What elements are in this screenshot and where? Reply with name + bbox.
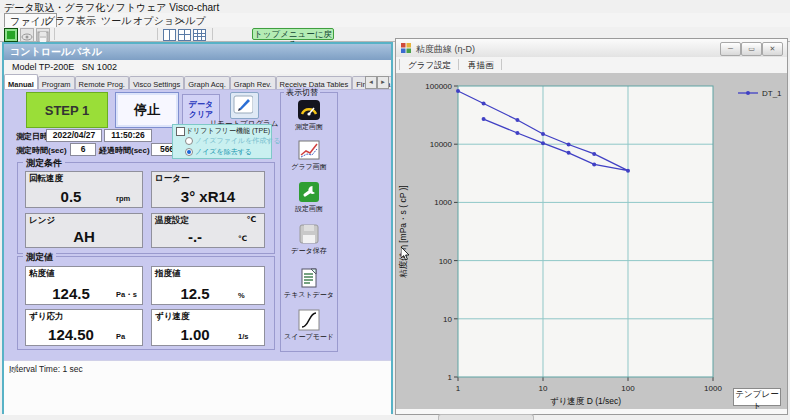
meas-time-field: 11:50:26 [104,129,152,142]
range-box: レンジ AH [25,213,143,248]
floppy-disk-icon [298,223,320,245]
rotation-speed-unit: rpm [116,194,142,205]
radio-create-noise-label: ノイズファイルを作成する [195,137,281,144]
radio-remove-noise-label: ノイズを除去する [195,148,252,155]
status-bar: Interval Time: 1 sec [4,360,391,415]
maximize-icon[interactable]: ▭ [741,42,762,56]
menu-bar: ファイル グラフ表示 ツール オプション ヘルプ [0,13,790,28]
manual-tab-panel: STEP 1 停止 データ クリア リモートプログラム 測定日時 2022/04… [4,90,391,360]
radio-remove-noise[interactable]: ノイズを除去する [185,147,252,156]
viscosity-unit: Pa・s [116,290,142,302]
sweep-mode-button[interactable]: スイープモード [281,309,337,342]
graph-window-titlebar: 粘度曲線 (η-D) ─ ▭ ✕ [396,39,787,58]
tab-scroll-buttons: ◄ ► [365,76,389,89]
svg-text:粘度値 η [mPa・s ( cP )]: 粘度値 η [mPa・s ( cP )] [398,185,408,277]
tab-scroll-left-icon[interactable]: ◄ [365,76,377,89]
shear-rate-label: ずり速度 [155,311,189,323]
rotation-speed-label: 回転速度 [29,173,63,185]
tab-visco-settings[interactable]: Visco Settings [129,76,184,89]
chart-icon [298,139,320,161]
gauge-icon [298,99,320,121]
step-button[interactable]: STEP 1 [26,92,108,128]
range-label: レンジ [29,215,55,227]
temp-setting-unit: ℃ [238,234,264,245]
tab-graph-rev[interactable]: Graph Rev. [230,76,276,89]
mouse-cursor [401,247,411,262]
measured-values-group: 測定値 粘度値 124.5Pa・s 指度値 12.5% ずり応力 124.50P… [17,256,275,350]
svg-text:1: 1 [448,373,453,382]
measured-values-title: 測定値 [23,251,56,264]
graph-settings-button[interactable]: グラフ設定 [404,59,455,73]
save-icon[interactable] [36,28,50,42]
temp-setting-box: 温度設定 ℃ -.-℃ [151,213,265,248]
eye-icon[interactable] [20,28,34,42]
layout-two-pane-icon[interactable] [163,29,176,41]
tab-program[interactable]: Program [38,76,75,89]
tab-graph-acq[interactable]: Graph Acq. [184,76,230,89]
text-data-button[interactable]: テキストデータ [281,267,337,300]
viscosity-value: 124.5 [26,286,116,302]
close-icon[interactable]: ✕ [762,42,783,56]
background-window-edge [438,414,534,420]
graph-screen-button[interactable]: グラフ画面 [281,139,337,172]
data-save-button[interactable]: データ保存 [281,223,337,256]
radio-off-icon [185,137,193,145]
svg-text:1: 1 [456,384,461,393]
minimize-icon[interactable]: ─ [720,42,741,56]
svg-text:10000: 10000 [430,140,453,149]
conditions-title: 測定条件 [23,157,65,170]
template-button[interactable]: テンプレート [733,388,781,406]
meas-date-field: 2022/04/27 [46,129,102,142]
rotor-value: 3° xR14 [152,189,264,205]
radio-on-icon [185,148,193,156]
drift-free-title: ドリフトフリー機能 (TPE) [186,126,270,136]
toolbar-grip [399,59,400,70]
shear-rate-value: 1.00 [152,327,238,343]
svg-text:100000: 100000 [425,82,452,91]
indication-unit: % [238,291,264,302]
meas-duration-field: 6 [70,143,96,156]
meas-duration-label: 測定時間(sec) [16,145,67,156]
back-to-top-menu-button[interactable]: トップメニューに戻る [252,28,334,40]
model-serial-label: Model TP-200E SN 1002 [4,60,391,74]
control-panel-title: コントロールパネル [10,46,102,57]
svg-text:100: 100 [439,257,453,266]
sweep-mode-label: スイープモード [284,332,334,342]
shear-stress-box: ずり応力 124.50Pa [25,309,143,346]
svg-text:100: 100 [621,384,635,393]
viscosity-curve-window: 粘度曲線 (η-D) ─ ▭ ✕ グラフ設定 再描画 1101001000110… [395,38,788,415]
svg-text:DT_1: DT_1 [762,89,782,98]
graph-window-title: 粘度曲線 (η-D) [416,43,475,56]
stop-button[interactable]: 停止 [115,92,179,128]
display-switch-group: 表示切替 測定画面 グラフ画面 [280,92,338,352]
tab-manual[interactable]: Manual [4,74,38,89]
meas-datetime-label: 測定日時 [16,131,48,142]
rotor-box: ローター 3° xR14 [151,171,265,208]
toolbar-separator [212,28,213,40]
application-window: データ取込・グラフ化ソフトウェア Visco-chart ファイル グラフ表示 … [0,0,790,420]
shear-stress-label: ずり応力 [29,311,63,323]
text-document-icon [298,267,320,289]
sweep-curve-icon [298,309,320,331]
graph-screen-label: グラフ画面 [291,162,327,172]
remote-program-button[interactable] [230,92,259,119]
layout-four-pane-icon[interactable] [178,29,191,41]
toolbar-separator [458,59,459,70]
drift-free-checkbox[interactable] [176,127,185,136]
radio-create-noise-file[interactable]: ノイズファイルを作成する [185,136,281,145]
resize-grip[interactable] [9,364,18,373]
graph-toolbar: グラフ設定 再描画 [396,57,787,74]
measure-screen-button[interactable]: 測定画面 [281,99,337,132]
pencil-icon [231,93,253,115]
rotation-speed-value: 0.5 [26,189,116,205]
settings-screen-button[interactable]: 設定画面 [281,181,337,214]
redraw-button[interactable]: 再描画 [464,59,498,73]
drift-free-group: ドリフトフリー機能 (TPE) ノイズファイルを作成する ノイズを除去する [172,124,272,159]
tab-remote-prog[interactable]: Remote Prog. [75,76,129,89]
layout-grid-icon[interactable] [193,29,206,41]
tab-strip: Manual Program Remote Prog. Visco Settin… [4,74,391,90]
connect-icon[interactable] [4,28,18,42]
viscosity-chart: 1101001000110100100010000100000ずり速度 D (1… [396,73,787,409]
wrench-icon [298,181,320,203]
tab-scroll-right-icon[interactable]: ► [377,76,389,89]
